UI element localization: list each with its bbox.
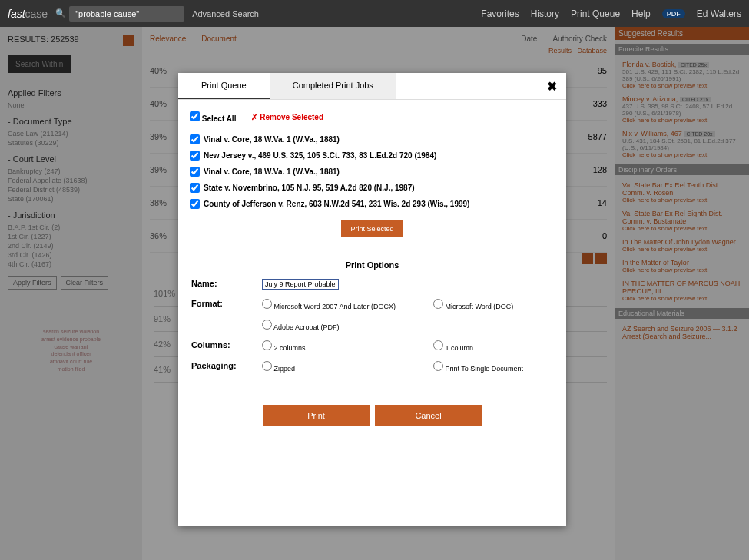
format-label: Format: — [191, 295, 260, 314]
case-checkbox[interactable] — [190, 151, 200, 161]
print-options-heading: Print Options — [190, 260, 555, 270]
case-checkbox[interactable] — [190, 134, 200, 144]
history-link[interactable]: History — [531, 8, 559, 19]
search-icon: 🔍 — [55, 8, 66, 18]
print-selected-button[interactable]: Print Selected — [341, 220, 403, 237]
name-input[interactable] — [262, 279, 339, 290]
columns-1-radio[interactable] — [433, 340, 443, 350]
case-item: Vinal v. Core, 18 W.Va. 1 (W.Va., 1881) — [190, 134, 555, 144]
packaging-label: Packaging: — [191, 357, 260, 376]
cancel-button[interactable]: Cancel — [375, 405, 482, 426]
select-all-label: Select All — [202, 114, 237, 123]
top-nav-bar: fastcase 🔍 Advanced Search Favorites His… — [0, 0, 749, 27]
case-list: Vinal v. Core, 18 W.Va. 1 (W.Va., 1881) … — [190, 134, 555, 209]
favorites-link[interactable]: Favorites — [481, 8, 519, 19]
format-pdf-radio[interactable] — [262, 320, 272, 330]
case-item: State v. Novembrino, 105 N.J. 95, 519 A.… — [190, 183, 555, 193]
packaging-zipped-radio[interactable] — [262, 361, 272, 371]
case-item: Vinal v. Core, 18 W.Va. 1 (W.Va., 1881) — [190, 167, 555, 177]
columns-2-radio[interactable] — [262, 340, 272, 350]
case-checkbox[interactable] — [190, 167, 200, 177]
remove-selected-link[interactable]: ✗ Remove Selected — [251, 113, 323, 121]
case-checkbox[interactable] — [190, 183, 200, 193]
print-queue-link[interactable]: Print Queue — [571, 8, 620, 19]
search-input[interactable] — [69, 6, 184, 22]
username-label: Ed Walters — [697, 8, 741, 19]
tab-completed-jobs[interactable]: Completed Print Jobs — [270, 73, 396, 99]
name-label: Name: — [191, 275, 260, 293]
logo: fastcase — [8, 8, 48, 20]
select-all-checkbox[interactable] — [190, 111, 200, 121]
case-item: New Jersey v., 469 U.S. 325, 105 S.Ct. 7… — [190, 151, 555, 161]
advanced-search-link[interactable]: Advanced Search — [192, 9, 259, 18]
case-checkbox[interactable] — [190, 199, 200, 209]
print-queue-modal: ✖ Print Queue Completed Print Jobs Selec… — [178, 73, 566, 526]
format-docx-radio[interactable] — [262, 299, 272, 309]
case-item: County of Jefferson v. Renz, 603 N.W.2d … — [190, 199, 555, 209]
tab-print-queue[interactable]: Print Queue — [178, 73, 270, 99]
format-doc-radio[interactable] — [433, 299, 443, 309]
help-link[interactable]: Help — [631, 8, 651, 19]
columns-label: Columns: — [191, 336, 260, 356]
print-button[interactable]: Print — [263, 405, 370, 426]
pdf-badge: PDF — [662, 9, 685, 18]
packaging-single-radio[interactable] — [433, 361, 443, 371]
close-icon[interactable]: ✖ — [547, 79, 557, 94]
